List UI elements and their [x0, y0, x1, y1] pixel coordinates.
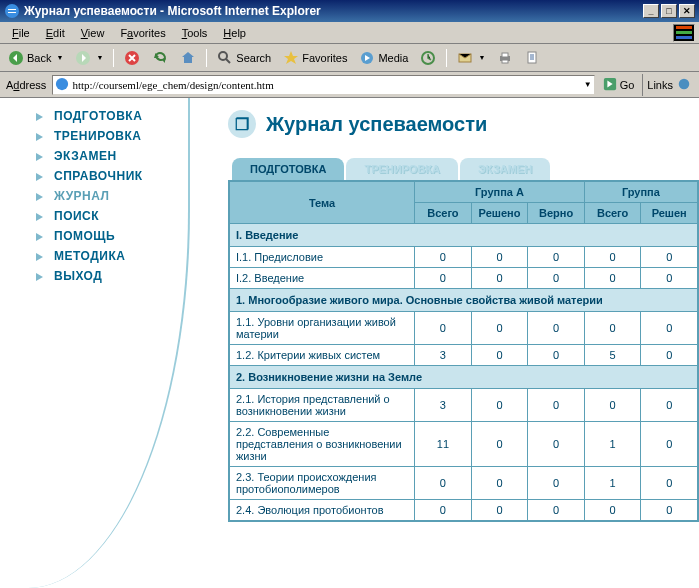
table-row: 2.4. Эволюция протобионтов00000 — [230, 500, 698, 521]
table-row: 1.2. Критерии живых систем30050 — [230, 345, 698, 366]
cell-a-vsego: 0 — [415, 467, 472, 500]
menu-edit[interactable]: Edit — [38, 25, 73, 41]
mail-button[interactable]: ▼ — [453, 48, 489, 68]
print-button[interactable] — [493, 48, 517, 68]
back-button[interactable]: Back ▼ — [4, 48, 67, 68]
cell-a-resheno: 0 — [471, 467, 528, 500]
cell-a-resheno: 0 — [471, 247, 528, 268]
menubar: File Edit View Favorites Tools Help — [0, 22, 699, 44]
address-box[interactable]: ▼ — [52, 75, 594, 95]
th-group-a: Группа А — [415, 182, 585, 203]
cell-a-verno: 0 — [528, 500, 585, 521]
ie-icon — [4, 3, 20, 19]
maximize-button[interactable]: □ — [661, 4, 677, 18]
cell-a-verno: 0 — [528, 247, 585, 268]
cell-b-vsego: 0 — [584, 312, 641, 345]
cell-a-vsego: 0 — [415, 247, 472, 268]
table-row: I. Введение — [230, 224, 698, 247]
favorites-button[interactable]: Favorites — [279, 48, 351, 68]
edit-button[interactable] — [521, 48, 545, 68]
svg-rect-12 — [502, 60, 508, 63]
sidebar-item-7[interactable]: МЕТОДИКА — [36, 246, 220, 266]
section-label: I. Введение — [230, 224, 698, 247]
cell-tema: I.1. Предисловие — [230, 247, 415, 268]
menu-help[interactable]: Help — [215, 25, 254, 41]
th-group-b: Группа — [584, 182, 697, 203]
sidebar-item-6[interactable]: ПОМОЩЬ — [36, 226, 220, 246]
sidebar-item-1[interactable]: ТРЕНИРОВКА — [36, 126, 220, 146]
media-icon — [359, 50, 375, 66]
tab-2[interactable]: ЭКЗАМЕН — [460, 158, 550, 180]
sidebar-item-2[interactable]: ЭКЗАМЕН — [36, 146, 220, 166]
chevron-down-icon: ▼ — [478, 54, 485, 61]
cell-a-verno: 0 — [528, 268, 585, 289]
star-icon — [283, 50, 299, 66]
cell-tema: 2.3. Теории происхождения протобиополиме… — [230, 467, 415, 500]
cell-b-resheno: 0 — [641, 500, 698, 521]
section-label: 2. Возникновение жизни на Земле — [230, 366, 698, 389]
minimize-button[interactable]: _ — [643, 4, 659, 18]
links-box[interactable]: Links — [642, 74, 695, 96]
sidebar-item-4[interactable]: ЖУРНАЛ — [36, 186, 220, 206]
sidebar-item-0[interactable]: ПОДГОТОВКА — [36, 106, 220, 126]
cell-a-verno: 0 — [528, 467, 585, 500]
cell-a-resheno: 0 — [471, 268, 528, 289]
cell-tema: 2.2. Современные представления о возникн… — [230, 422, 415, 467]
links-label: Links — [647, 79, 673, 91]
th-resheno2: Решен — [641, 203, 698, 224]
content-area: ПОДГОТОВКАТРЕНИРОВКАЭКЗАМЕНСПРАВОЧНИКЖУР… — [0, 98, 699, 588]
stop-button[interactable] — [120, 48, 144, 68]
chevron-down-icon[interactable]: ▼ — [584, 80, 592, 89]
search-icon — [217, 50, 233, 66]
sidebar-item-8[interactable]: ВЫХОД — [36, 266, 220, 286]
forward-icon — [75, 50, 91, 66]
menu-file[interactable]: File — [4, 25, 38, 41]
svg-rect-2 — [676, 36, 692, 39]
go-label: Go — [620, 79, 635, 91]
cell-tema: I.2. Введение — [230, 268, 415, 289]
cell-b-vsego: 0 — [584, 389, 641, 422]
cell-b-vsego: 5 — [584, 345, 641, 366]
svg-rect-1 — [676, 31, 692, 34]
tab-0[interactable]: ПОДГОТОВКА — [232, 158, 344, 180]
cell-a-resheno: 0 — [471, 312, 528, 345]
refresh-button[interactable] — [148, 48, 172, 68]
history-button[interactable] — [416, 48, 440, 68]
grade-table: Тема Группа А Группа Всего Решено Верно … — [229, 181, 698, 521]
cell-b-resheno: 0 — [641, 268, 698, 289]
search-button[interactable]: Search — [213, 48, 275, 68]
home-button[interactable] — [176, 48, 200, 68]
cell-b-vsego: 0 — [584, 500, 641, 521]
sidebar-item-3[interactable]: СПРАВОЧНИК — [36, 166, 220, 186]
cell-a-resheno: 0 — [471, 422, 528, 467]
refresh-icon — [152, 50, 168, 66]
back-label: Back — [27, 52, 51, 64]
cell-a-vsego: 11 — [415, 422, 472, 467]
cell-a-vsego: 0 — [415, 312, 472, 345]
cell-a-vsego: 0 — [415, 268, 472, 289]
cell-b-vsego: 0 — [584, 247, 641, 268]
cell-a-verno: 0 — [528, 389, 585, 422]
cell-a-verno: 0 — [528, 312, 585, 345]
menu-favorites[interactable]: Favorites — [112, 25, 173, 41]
cell-b-vsego: 1 — [584, 422, 641, 467]
forward-button[interactable]: ▼ — [71, 48, 107, 68]
toolbar: Back ▼ ▼ Search Favorites Media ▼ — [0, 44, 699, 72]
cell-b-resheno: 0 — [641, 247, 698, 268]
cell-b-resheno: 0 — [641, 389, 698, 422]
address-input[interactable] — [72, 79, 580, 91]
menu-tools[interactable]: Tools — [174, 25, 216, 41]
sidebar-item-5[interactable]: ПОИСК — [36, 206, 220, 226]
th-verno: Верно — [528, 203, 585, 224]
cell-b-resheno: 0 — [641, 422, 698, 467]
close-button[interactable]: ✕ — [679, 4, 695, 18]
table-row: 1. Многообразие живого мира. Основные св… — [230, 289, 698, 312]
media-button[interactable]: Media — [355, 48, 412, 68]
side-menu: ПОДГОТОВКАТРЕНИРОВКАЭКЗАМЕНСПРАВОЧНИКЖУР… — [0, 98, 220, 286]
tab-1[interactable]: ТРЕНИРОВКА — [346, 158, 458, 180]
th-tema: Тема — [230, 182, 415, 224]
ie-flag-icon — [673, 24, 695, 42]
window-title: Журнал успеваемости - Microsoft Internet… — [24, 4, 643, 18]
menu-view[interactable]: View — [73, 25, 113, 41]
go-button[interactable]: Go — [599, 77, 639, 93]
